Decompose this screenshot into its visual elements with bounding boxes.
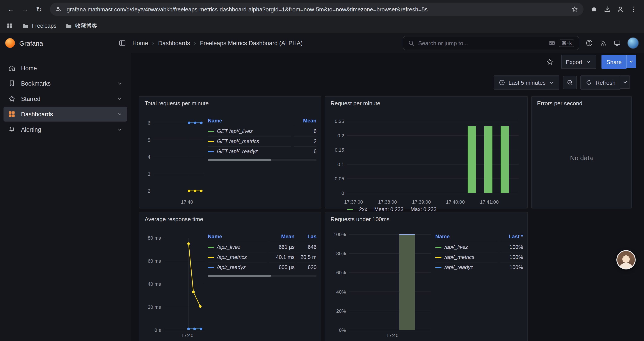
refresh-interval-button[interactable] — [620, 76, 630, 89]
legend-column-header[interactable]: Last * — [500, 233, 523, 242]
reload-button[interactable]: ↻ — [32, 3, 46, 16]
svg-text:80 ms: 80 ms — [148, 235, 161, 241]
dashboards-grid-icon — [8, 110, 16, 118]
legend-column-header[interactable]: Mean — [269, 233, 294, 242]
user-avatar[interactable] — [627, 37, 639, 49]
panel-title[interactable]: Average response time — [140, 212, 321, 226]
chevron-down-icon[interactable] — [116, 96, 123, 102]
legend-value: 605 µs — [269, 262, 294, 272]
search-shortcut: ⌘+k — [559, 39, 574, 47]
legend-value: 6 — [294, 146, 316, 156]
breadcrumb-dashboards[interactable]: Dashboards — [158, 40, 190, 46]
legend-scrollbar-thumb[interactable] — [208, 275, 271, 277]
browser-menu-icon[interactable]: ⋮ — [627, 3, 640, 15]
legend-column-header[interactable]: Name — [208, 117, 291, 126]
panel-legend: 2xx Mean: 0.233 Max: 0.233 — [330, 206, 523, 212]
bookmark-label: Freeleaps — [32, 23, 56, 29]
timeseries-chart[interactable]: 80 ms60 ms40 ms20 ms0 s17:40 — [144, 226, 208, 340]
legend-column-header[interactable]: Mean — [294, 117, 316, 126]
back-button[interactable]: ← — [4, 3, 18, 16]
zoom-out-button[interactable] — [563, 76, 577, 89]
legend-series-name[interactable]: /api/_livez — [444, 244, 468, 250]
sidebar-item-bookmarks[interactable]: Bookmarks — [4, 76, 127, 91]
bookmark-star-icon[interactable] — [571, 6, 578, 13]
panel-requests-under-100ms: Requests under 100ms 100%80%60%40%20%0%1… — [325, 212, 528, 341]
legend-value: 100% — [500, 262, 523, 272]
bookmark-icon — [8, 80, 16, 87]
legend-scrollbar-thumb[interactable] — [208, 159, 271, 161]
chevron-down-icon[interactable] — [116, 111, 123, 117]
series-swatch — [208, 141, 214, 142]
svg-text:40 ms: 40 ms — [148, 281, 161, 287]
svg-text:17:40: 17:40 — [181, 199, 193, 205]
share-button[interactable]: Share — [602, 55, 626, 69]
legend-series-name[interactable]: /api/_readyz — [217, 264, 246, 270]
bell-icon — [8, 126, 16, 133]
panel-title[interactable]: Errors per second — [532, 97, 631, 110]
legend-series-name[interactable]: /api/_readyz — [444, 264, 473, 270]
sidebar-item-label: Alerting — [21, 126, 41, 133]
share-split-button: Share — [602, 55, 636, 69]
url-text[interactable]: grafana.mathmast.com/d/deytv4rwavabkb/fr… — [67, 6, 567, 13]
panel-title[interactable]: Requests under 100ms — [325, 212, 528, 226]
legend-series-name[interactable]: GET /api/_readyz — [217, 148, 258, 154]
folder-icon — [22, 22, 29, 30]
legend-column-header[interactable]: Name — [208, 233, 266, 242]
legend-scrollbar[interactable] — [208, 275, 316, 277]
export-button[interactable]: Export — [561, 55, 596, 69]
time-controls: Last 5 minutes Refresh — [131, 75, 644, 90]
legend-scrollbar[interactable] — [208, 159, 316, 161]
bookmark-folder-blogs[interactable]: 收藏博客 — [65, 22, 97, 30]
legend-column-header[interactable]: Name — [435, 233, 498, 242]
panel-title[interactable]: Request per minute — [325, 97, 528, 110]
share-menu-button[interactable] — [626, 55, 636, 68]
sidebar-item-alerting[interactable]: Alerting — [4, 122, 127, 137]
grafana-logo[interactable] — [5, 38, 15, 48]
sidebar-item-starred[interactable]: Starred — [4, 91, 127, 106]
downloads-icon[interactable] — [601, 3, 613, 15]
monitor-icon[interactable] — [613, 39, 621, 47]
bar-chart[interactable]: 0.250.20.150.10.05017:37:0017:38:0017:39… — [330, 110, 523, 206]
legend-series-name[interactable]: /api/_livez — [217, 244, 240, 250]
help-icon[interactable] — [585, 39, 593, 47]
panel-title[interactable]: Total requests per minute — [140, 97, 321, 110]
extensions-icon[interactable] — [588, 3, 600, 15]
timeseries-chart[interactable]: 6543217:40 — [144, 110, 208, 206]
apps-grid-icon[interactable] — [6, 22, 13, 30]
forward-button[interactable]: → — [18, 3, 32, 16]
bar-chart[interactable]: 100%80%60%40%20%0%17:40 — [330, 226, 435, 340]
site-info-icon[interactable] — [55, 6, 62, 13]
sidebar: Home Bookmarks Starred — [0, 53, 131, 341]
sidebar-item-home[interactable]: Home — [4, 61, 127, 76]
chevron-down-icon[interactable] — [116, 126, 123, 133]
breadcrumb-home[interactable]: Home — [132, 40, 148, 46]
legend-series-name[interactable]: GET /api/_livez — [217, 128, 253, 134]
chevron-down-icon[interactable] — [116, 80, 123, 87]
url-bar[interactable]: grafana.mathmast.com/d/deytv4rwavabkb/fr… — [50, 3, 584, 16]
news-feed-icon[interactable] — [599, 39, 607, 47]
profile-icon[interactable] — [614, 3, 626, 15]
grafana-header: Grafana Home › Dashboards › Freeleaps Me… — [0, 33, 644, 53]
grafana-body: Home Bookmarks Starred — [0, 53, 644, 341]
legend-series-name[interactable]: GET /api/_metrics — [217, 138, 259, 144]
series-swatch — [208, 151, 214, 152]
sidebar-item-dashboards[interactable]: Dashboards — [4, 107, 127, 122]
legend-column-header[interactable]: Las — [297, 233, 316, 242]
export-label: Export — [566, 59, 582, 65]
favorite-star-icon[interactable] — [544, 56, 556, 68]
assistant-avatar-bubble[interactable] — [616, 250, 636, 269]
sidebar-toggle-icon[interactable] — [118, 39, 126, 47]
time-range-picker[interactable]: Last 5 minutes — [494, 76, 560, 90]
search-placeholder: Search or jump to... — [418, 40, 545, 46]
bookmark-folder-freeleaps[interactable]: Freeleaps — [22, 22, 56, 30]
svg-text:100%: 100% — [334, 232, 346, 237]
legend-value: 661 µs — [269, 242, 294, 252]
search-input[interactable]: Search or jump to... ⌘+k — [403, 36, 579, 50]
legend-series-name[interactable]: /api/_metrics — [444, 254, 474, 260]
search-icon — [408, 40, 415, 47]
legend-series-name[interactable]: /api/_metrics — [217, 254, 247, 260]
breadcrumb: Home › Dashboards › Freeleaps Metrics Da… — [132, 40, 303, 47]
panel-row-1: Total requests per minute 6543217:40 Nam… — [131, 96, 644, 208]
legend-series-name[interactable]: 2xx — [359, 206, 367, 212]
refresh-button[interactable]: Refresh — [581, 76, 620, 90]
